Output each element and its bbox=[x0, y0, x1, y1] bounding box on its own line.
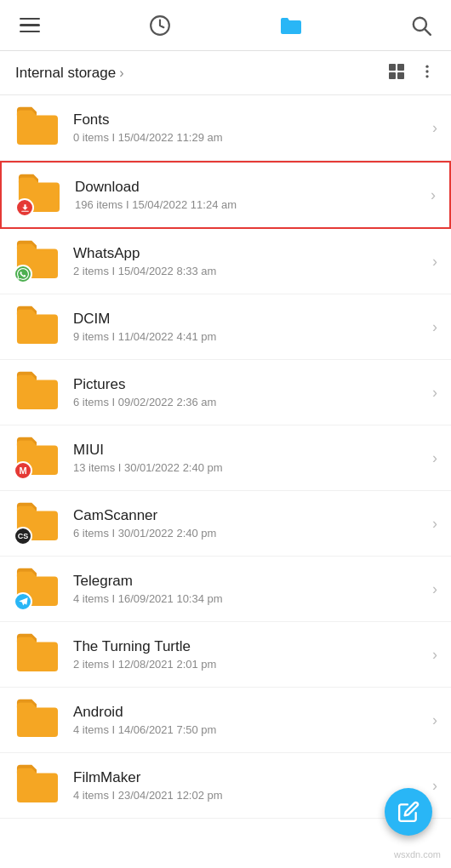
history-button[interactable] bbox=[146, 11, 174, 40]
folder-item[interactable]: WhatsApp2 items I 15/04/2022 8:33 am› bbox=[0, 229, 451, 294]
folder-name: MIUI bbox=[73, 442, 425, 459]
folder-button[interactable] bbox=[277, 11, 305, 40]
folder-info: Download196 items I 15/04/2022 11:24 am bbox=[75, 179, 424, 211]
folder-item[interactable]: Android4 items I 14/06/2021 7:50 pm› bbox=[0, 688, 451, 753]
breadcrumb-bar: Internal storage › bbox=[0, 51, 451, 95]
chevron-right-icon: › bbox=[431, 186, 436, 204]
folder-icon-wrap bbox=[14, 565, 61, 613]
folder-icon-wrap bbox=[14, 762, 61, 809]
folder-meta: 4 items I 23/04/2021 12:02 pm bbox=[73, 789, 425, 802]
folder-item[interactable]: Pictures6 items I 09/02/2022 2:36 am› bbox=[0, 360, 451, 425]
grid-view-button[interactable] bbox=[386, 61, 407, 85]
menu-button[interactable] bbox=[15, 11, 44, 40]
folder-info: CamScanner6 items I 30/01/2022 2:40 pm bbox=[73, 507, 425, 540]
svg-point-8 bbox=[425, 70, 428, 72]
top-bar bbox=[0, 0, 451, 51]
chevron-right-icon: › bbox=[432, 449, 437, 467]
folder-meta: 4 items I 16/09/2021 10:34 pm bbox=[73, 592, 425, 605]
folder-item[interactable]: Telegram4 items I 16/09/2021 10:34 pm› bbox=[0, 557, 451, 622]
svg-point-7 bbox=[425, 65, 428, 67]
folder-info: Fonts0 items I 15/04/2022 11:29 am bbox=[73, 111, 425, 144]
folder-name: FilmMaker bbox=[73, 769, 425, 786]
chevron-right-icon: › bbox=[432, 384, 437, 402]
more-options-icon bbox=[419, 63, 436, 80]
folder-badge: CS bbox=[14, 527, 32, 545]
folder-name: The Turning Turtle bbox=[73, 638, 425, 655]
svg-rect-4 bbox=[397, 64, 404, 71]
folder-item[interactable]: DCIM9 items I 11/04/2022 4:41 pm› bbox=[0, 294, 451, 360]
chevron-right-icon: › bbox=[432, 646, 437, 664]
folder-icon-wrap bbox=[14, 696, 61, 744]
folder-icon-wrap: CS bbox=[14, 500, 61, 547]
folder-svg bbox=[14, 696, 60, 739]
folder-name: WhatsApp bbox=[73, 245, 425, 262]
folder-icon-wrap bbox=[14, 368, 61, 416]
folder-svg bbox=[14, 104, 60, 146]
chevron-right-icon: › bbox=[432, 515, 437, 533]
folder-svg bbox=[14, 762, 60, 804]
svg-rect-5 bbox=[389, 72, 396, 79]
svg-rect-3 bbox=[389, 64, 396, 71]
folder-name: CamScanner bbox=[73, 507, 425, 524]
folder-item[interactable]: MMIUI13 items I 30/01/2022 2:40 pm› bbox=[0, 425, 451, 491]
folder-icon-wrap: M bbox=[14, 434, 61, 482]
folder-icon-wrap bbox=[14, 104, 61, 151]
folder-info: Android4 items I 14/06/2021 7:50 pm bbox=[73, 704, 425, 736]
hamburger-icon bbox=[20, 18, 40, 33]
search-icon bbox=[410, 14, 432, 37]
folder-meta: 4 items I 14/06/2021 7:50 pm bbox=[73, 723, 425, 736]
folder-meta: 6 items I 09/02/2022 2:36 am bbox=[73, 396, 425, 408]
folder-name: Telegram bbox=[73, 573, 425, 590]
breadcrumb-right bbox=[386, 61, 436, 85]
folder-info: MIUI13 items I 30/01/2022 2:40 pm bbox=[73, 442, 425, 474]
folder-badge bbox=[15, 198, 34, 217]
folder-badge bbox=[14, 265, 32, 283]
folder-icon-wrap bbox=[15, 171, 63, 219]
folder-meta: 0 items I 15/04/2022 11:29 am bbox=[73, 131, 425, 144]
svg-point-9 bbox=[425, 75, 428, 77]
folder-meta: 2 items I 15/04/2022 8:33 am bbox=[73, 265, 425, 277]
folder-info: Telegram4 items I 16/09/2021 10:34 pm bbox=[73, 573, 425, 605]
folder-meta: 9 items I 11/04/2022 4:41 pm bbox=[73, 330, 425, 343]
folder-item[interactable]: The Turning Turtle2 items I 12/08/2021 2… bbox=[0, 622, 451, 688]
chevron-right-icon: › bbox=[432, 711, 437, 729]
folder-list: Fonts0 items I 15/04/2022 11:29 am›Downl… bbox=[0, 95, 451, 819]
folder-badge: M bbox=[14, 461, 32, 480]
chevron-right-icon: › bbox=[432, 777, 437, 795]
folder-info: The Turning Turtle2 items I 12/08/2021 2… bbox=[73, 638, 425, 671]
breadcrumb-left[interactable]: Internal storage › bbox=[15, 65, 123, 82]
edit-icon bbox=[397, 801, 420, 823]
folder-meta: 2 items I 12/08/2021 2:01 pm bbox=[73, 658, 425, 671]
svg-rect-6 bbox=[397, 72, 404, 79]
chevron-right-icon: › bbox=[432, 119, 437, 137]
breadcrumb-text: Internal storage bbox=[15, 65, 116, 82]
chevron-right-icon: › bbox=[432, 318, 437, 336]
folder-top-icon bbox=[279, 14, 303, 37]
grid-view-icon bbox=[386, 61, 407, 82]
svg-rect-10 bbox=[21, 210, 29, 211]
folder-name: Android bbox=[73, 704, 425, 721]
chevron-right-icon: › bbox=[432, 580, 437, 598]
folder-meta: 196 items I 15/04/2022 11:24 am bbox=[75, 198, 424, 211]
search-button[interactable] bbox=[407, 11, 436, 40]
folder-item[interactable]: FilmMaker4 items I 23/04/2021 12:02 pm› bbox=[0, 753, 451, 819]
clock-icon bbox=[149, 14, 171, 37]
folder-info: FilmMaker4 items I 23/04/2021 12:02 pm bbox=[73, 769, 425, 802]
folder-svg bbox=[14, 368, 60, 411]
folder-item[interactable]: Fonts0 items I 15/04/2022 11:29 am› bbox=[0, 95, 451, 161]
folder-icon-wrap bbox=[14, 303, 61, 351]
folder-meta: 13 items I 30/01/2022 2:40 pm bbox=[73, 461, 425, 474]
breadcrumb-chevron-icon: › bbox=[119, 66, 123, 81]
folder-item[interactable]: CSCamScanner6 items I 30/01/2022 2:40 pm… bbox=[0, 491, 451, 557]
folder-meta: 6 items I 30/01/2022 2:40 pm bbox=[73, 527, 425, 540]
folder-name: Download bbox=[75, 179, 424, 196]
watermark: wsxdn.com bbox=[394, 849, 441, 859]
folder-item[interactable]: Download196 items I 15/04/2022 11:24 am› bbox=[0, 161, 451, 229]
chevron-right-icon: › bbox=[432, 253, 437, 271]
more-options-button[interactable] bbox=[419, 63, 436, 83]
folder-name: Pictures bbox=[73, 376, 425, 393]
folder-svg bbox=[14, 631, 60, 673]
folder-info: Pictures6 items I 09/02/2022 2:36 am bbox=[73, 376, 425, 408]
add-fab[interactable] bbox=[385, 788, 432, 836]
folder-name: DCIM bbox=[73, 311, 425, 328]
